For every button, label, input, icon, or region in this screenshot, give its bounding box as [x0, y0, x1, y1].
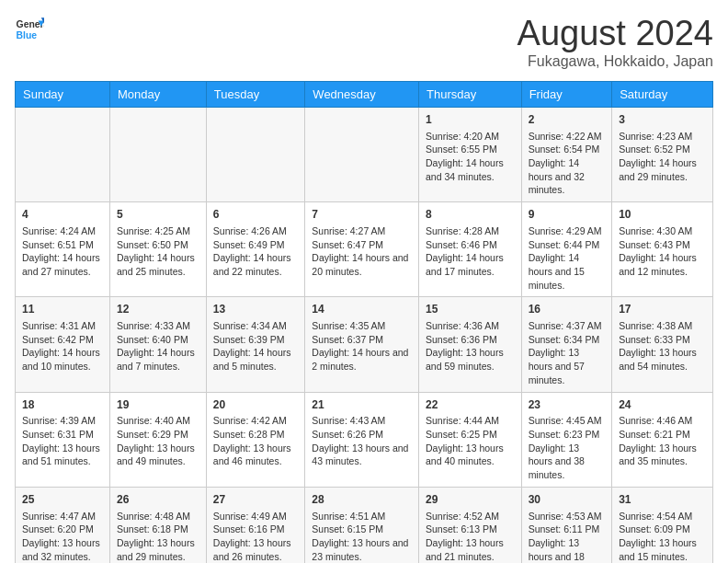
- day-cell: 14Sunrise: 4:35 AM Sunset: 6:37 PM Dayli…: [305, 297, 419, 392]
- day-number: 25: [22, 492, 103, 508]
- day-cell: 10Sunrise: 4:30 AM Sunset: 6:43 PM Dayli…: [612, 202, 713, 297]
- title-area: August 2024 Fukagawa, Hokkaido, Japan: [518, 15, 713, 70]
- day-content: Sunrise: 4:37 AM Sunset: 6:34 PM Dayligh…: [529, 319, 606, 386]
- day-content: Sunrise: 4:51 AM Sunset: 6:15 PM Dayligh…: [312, 510, 412, 563]
- week-row-2: 4Sunrise: 4:24 AM Sunset: 6:51 PM Daylig…: [16, 202, 713, 297]
- day-content: Sunrise: 4:43 AM Sunset: 6:26 PM Dayligh…: [312, 414, 412, 468]
- day-cell: 19Sunrise: 4:40 AM Sunset: 6:29 PM Dayli…: [110, 392, 207, 487]
- day-number: 16: [529, 302, 606, 317]
- day-cell: [206, 107, 305, 201]
- day-number: 30: [529, 492, 606, 508]
- day-content: Sunrise: 4:52 AM Sunset: 6:13 PM Dayligh…: [426, 510, 515, 563]
- day-number: 11: [22, 302, 103, 317]
- week-row-4: 18Sunrise: 4:39 AM Sunset: 6:31 PM Dayli…: [16, 392, 713, 487]
- day-content: Sunrise: 4:44 AM Sunset: 6:25 PM Dayligh…: [426, 414, 515, 468]
- day-content: Sunrise: 4:48 AM Sunset: 6:18 PM Dayligh…: [117, 510, 199, 563]
- day-number: 9: [529, 207, 606, 223]
- day-number: 5: [117, 207, 199, 223]
- day-content: Sunrise: 4:47 AM Sunset: 6:20 PM Dayligh…: [22, 510, 103, 563]
- day-number: 26: [117, 492, 199, 508]
- day-number: 14: [312, 302, 412, 317]
- day-cell: 18Sunrise: 4:39 AM Sunset: 6:31 PM Dayli…: [16, 392, 110, 487]
- day-cell: [16, 107, 110, 201]
- day-cell: 13Sunrise: 4:34 AM Sunset: 6:39 PM Dayli…: [206, 297, 305, 392]
- day-number: 29: [426, 492, 515, 508]
- day-content: Sunrise: 4:46 AM Sunset: 6:21 PM Dayligh…: [619, 414, 706, 468]
- header-day-monday: Monday: [110, 81, 207, 107]
- day-cell: 6Sunrise: 4:26 AM Sunset: 6:49 PM Daylig…: [206, 202, 305, 297]
- day-number: 21: [312, 397, 412, 413]
- day-number: 12: [117, 302, 199, 317]
- day-number: 8: [426, 207, 515, 223]
- header-day-tuesday: Tuesday: [206, 81, 305, 107]
- day-cell: 4Sunrise: 4:24 AM Sunset: 6:51 PM Daylig…: [16, 202, 110, 297]
- day-number: 15: [426, 302, 515, 317]
- day-content: Sunrise: 4:45 AM Sunset: 6:23 PM Dayligh…: [529, 414, 606, 481]
- day-content: Sunrise: 4:35 AM Sunset: 6:37 PM Dayligh…: [312, 319, 412, 373]
- day-number: 20: [213, 397, 299, 413]
- day-content: Sunrise: 4:40 AM Sunset: 6:29 PM Dayligh…: [117, 414, 199, 468]
- day-content: Sunrise: 4:30 AM Sunset: 6:43 PM Dayligh…: [619, 224, 706, 279]
- day-cell: 25Sunrise: 4:47 AM Sunset: 6:20 PM Dayli…: [16, 487, 110, 563]
- day-cell: 1Sunrise: 4:20 AM Sunset: 6:55 PM Daylig…: [419, 107, 522, 201]
- day-content: Sunrise: 4:22 AM Sunset: 6:54 PM Dayligh…: [529, 130, 606, 197]
- day-content: Sunrise: 4:24 AM Sunset: 6:51 PM Dayligh…: [22, 224, 103, 279]
- day-cell: 16Sunrise: 4:37 AM Sunset: 6:34 PM Dayli…: [521, 297, 612, 392]
- logo: General Blue: [15, 15, 44, 44]
- day-number: 18: [22, 397, 103, 413]
- day-number: 17: [619, 302, 706, 317]
- week-row-3: 11Sunrise: 4:31 AM Sunset: 6:42 PM Dayli…: [16, 297, 713, 392]
- day-content: Sunrise: 4:38 AM Sunset: 6:33 PM Dayligh…: [619, 319, 706, 373]
- day-content: Sunrise: 4:28 AM Sunset: 6:46 PM Dayligh…: [426, 224, 515, 279]
- day-content: Sunrise: 4:27 AM Sunset: 6:47 PM Dayligh…: [312, 224, 412, 279]
- day-number: 7: [312, 207, 412, 223]
- day-cell: 5Sunrise: 4:25 AM Sunset: 6:50 PM Daylig…: [110, 202, 207, 297]
- day-cell: 7Sunrise: 4:27 AM Sunset: 6:47 PM Daylig…: [305, 202, 419, 297]
- day-content: Sunrise: 4:33 AM Sunset: 6:40 PM Dayligh…: [117, 319, 199, 373]
- day-number: 31: [619, 492, 706, 508]
- day-cell: [305, 107, 419, 201]
- day-cell: 3Sunrise: 4:23 AM Sunset: 6:52 PM Daylig…: [612, 107, 713, 201]
- day-cell: 24Sunrise: 4:46 AM Sunset: 6:21 PM Dayli…: [612, 392, 713, 487]
- day-number: 19: [117, 397, 199, 413]
- day-number: 28: [312, 492, 412, 508]
- week-row-5: 25Sunrise: 4:47 AM Sunset: 6:20 PM Dayli…: [16, 487, 713, 563]
- day-content: Sunrise: 4:42 AM Sunset: 6:28 PM Dayligh…: [213, 414, 299, 468]
- header-row: SundayMondayTuesdayWednesdayThursdayFrid…: [16, 81, 713, 107]
- day-cell: 26Sunrise: 4:48 AM Sunset: 6:18 PM Dayli…: [110, 487, 207, 563]
- day-content: Sunrise: 4:20 AM Sunset: 6:55 PM Dayligh…: [426, 130, 515, 184]
- day-number: 24: [619, 397, 706, 413]
- day-cell: 8Sunrise: 4:28 AM Sunset: 6:46 PM Daylig…: [419, 202, 522, 297]
- day-content: Sunrise: 4:31 AM Sunset: 6:42 PM Dayligh…: [22, 319, 103, 373]
- day-content: Sunrise: 4:29 AM Sunset: 6:44 PM Dayligh…: [529, 224, 606, 292]
- day-cell: 31Sunrise: 4:54 AM Sunset: 6:09 PM Dayli…: [612, 487, 713, 563]
- calendar-table: SundayMondayTuesdayWednesdayThursdayFrid…: [15, 81, 713, 563]
- header-day-wednesday: Wednesday: [305, 81, 419, 107]
- day-number: 27: [213, 492, 299, 508]
- day-cell: 22Sunrise: 4:44 AM Sunset: 6:25 PM Dayli…: [419, 392, 522, 487]
- day-content: Sunrise: 4:23 AM Sunset: 6:52 PM Dayligh…: [619, 130, 706, 184]
- day-number: 1: [426, 112, 515, 128]
- day-number: 23: [529, 397, 606, 413]
- day-number: 2: [529, 112, 606, 128]
- day-cell: 15Sunrise: 4:36 AM Sunset: 6:36 PM Dayli…: [419, 297, 522, 392]
- day-cell: 23Sunrise: 4:45 AM Sunset: 6:23 PM Dayli…: [521, 392, 612, 487]
- location: Fukagawa, Hokkaido, Japan: [518, 53, 713, 70]
- svg-text:Blue: Blue: [17, 30, 38, 40]
- day-cell: 9Sunrise: 4:29 AM Sunset: 6:44 PM Daylig…: [521, 202, 612, 297]
- day-number: 22: [426, 397, 515, 413]
- day-cell: 28Sunrise: 4:51 AM Sunset: 6:15 PM Dayli…: [305, 487, 419, 563]
- day-content: Sunrise: 4:49 AM Sunset: 6:16 PM Dayligh…: [213, 510, 299, 563]
- day-cell: 29Sunrise: 4:52 AM Sunset: 6:13 PM Dayli…: [419, 487, 522, 563]
- month-title: August 2024: [518, 15, 713, 53]
- day-cell: 20Sunrise: 4:42 AM Sunset: 6:28 PM Dayli…: [206, 392, 305, 487]
- day-number: 3: [619, 112, 706, 128]
- day-content: Sunrise: 4:25 AM Sunset: 6:50 PM Dayligh…: [117, 224, 199, 279]
- day-content: Sunrise: 4:53 AM Sunset: 6:11 PM Dayligh…: [529, 510, 606, 563]
- day-cell: [110, 107, 207, 201]
- day-cell: 12Sunrise: 4:33 AM Sunset: 6:40 PM Dayli…: [110, 297, 207, 392]
- header-day-sunday: Sunday: [16, 81, 110, 107]
- day-number: 10: [619, 207, 706, 223]
- day-content: Sunrise: 4:36 AM Sunset: 6:36 PM Dayligh…: [426, 319, 515, 373]
- header-day-saturday: Saturday: [612, 81, 713, 107]
